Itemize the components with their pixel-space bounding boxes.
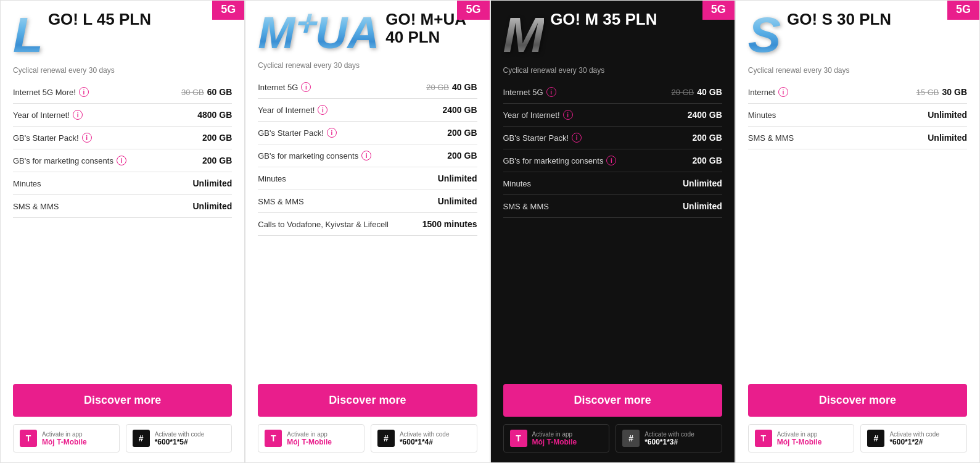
activate-code-option[interactable]: #Activate with code*600*1*5# [126,424,233,453]
hash-icon: # [133,430,150,447]
activate-code-option[interactable]: #Activate with code*600*1*4# [371,424,477,453]
activate-app-option[interactable]: TActivate in appMój T-Mobile [13,424,120,453]
feature-label: SMS & MMS [13,202,192,211]
plan-name: GO! S 30 PLN [787,10,891,28]
info-icon[interactable]: i [327,128,337,138]
activate-code-label: Activate with code [889,431,939,438]
plan-card-go-l: 5GLGO! L 45 PLNCyclical renewal every 30… [0,0,245,463]
activate-app-option[interactable]: TActivate in appMój T-Mobile [748,424,855,453]
feature-old-value: 20 GB [426,83,449,92]
feature-label: GB's for marketing consentsi [258,151,447,161]
activate-code-value: *600*1*4# [400,438,450,446]
activate-code-text: Activate with code*600*1*4# [400,431,450,446]
feature-label: GB's for marketing consentsi [503,156,693,165]
activate-code-option[interactable]: #Acticate with code*600*1*3# [616,424,722,453]
5g-badge: 5G [947,1,979,20]
info-icon[interactable]: i [546,87,556,97]
activate-section: TActivate in appMój T-Mobile#Activate wi… [1,424,244,462]
feature-row: Year of Internet!i2400 GB [258,99,477,122]
info-icon[interactable]: i [572,133,582,143]
info-icon[interactable]: i [318,105,327,115]
plan-title-wrap: GO! M 35 PLN [550,10,657,31]
activate-code-value: *600*1*2# [889,438,939,446]
feature-row: Calls to Vodafone, Kyivstar & Lifecell15… [258,213,477,236]
hash-icon: # [622,430,640,447]
activate-code-value: *600*1*5# [155,438,205,446]
plan-letter: S [748,10,781,60]
info-icon[interactable]: i [301,82,311,92]
feature-value: 2400 GB [442,105,477,115]
t-mobile-icon: T [20,430,37,447]
info-icon[interactable]: i [361,151,371,161]
feature-row: Internet 5Gi20 GB40 GB [258,76,477,99]
feature-label: Internet 5G More!i [13,87,181,97]
feature-value: 200 GB [202,133,232,143]
feature-label: SMS & MMS [748,133,928,143]
feature-row: SMS & MMSUnlimited [258,190,477,213]
activate-app-name: Mój T-Mobile [532,438,577,446]
feature-value: 15 GB30 GB [916,87,967,97]
plan-letter: M [503,10,545,60]
plan-title-wrap: GO! S 30 PLN [787,10,891,31]
info-icon[interactable]: i [778,87,788,97]
feature-value: 200 GB [202,156,232,165]
plan-name: GO! M 35 PLN [550,10,657,28]
activate-code-label: Acticate with code [644,431,694,438]
info-icon[interactable]: i [563,110,573,120]
features-list: Internet 5Gi20 GB40 GBYear of Internet!i… [491,81,735,374]
discover-more-button[interactable]: Discover more [13,384,232,417]
activate-code-label: Activate with code [155,431,205,438]
feature-label: GB's Starter Pack!i [13,133,202,143]
activate-app-option[interactable]: TActivate in appMój T-Mobile [258,424,364,453]
feature-row: GB's Starter Pack!i200 GB [503,127,722,149]
feature-label: GB's Starter Pack!i [503,133,693,143]
feature-value: 4800 GB [197,110,232,120]
discover-more-button[interactable]: Discover more [503,384,722,417]
info-icon[interactable]: i [606,156,616,165]
feature-row: Internet 5Gi20 GB40 GB [503,81,722,104]
plan-letter: M✛UA [258,10,379,55]
info-icon[interactable]: i [79,87,89,97]
feature-row: GB's for marketing consentsi200 GB [258,144,477,167]
activate-app-text: Activate in appMój T-Mobile [777,431,822,446]
plan-card-go-mua: 5GM✛UAGO! M+UA 40 PLNCyclical renewal ev… [245,0,490,463]
feature-value: Unlimited [683,178,722,188]
activate-section: TActivate in appMój T-Mobile#Acticate wi… [491,424,735,462]
info-icon[interactable]: i [73,110,83,120]
feature-row: Year of Internet!i4800 GB [13,104,232,127]
info-icon[interactable]: i [82,133,92,143]
feature-label: GB's for marketing consentsi [13,156,202,165]
feature-label: Minutes [748,111,928,120]
activate-app-label: Activate in app [777,431,822,438]
feature-value: 20 GB40 GB [426,82,477,92]
feature-value: Unlimited [683,201,722,211]
feature-row: MinutesUnlimited [748,104,967,127]
info-icon[interactable]: i [117,156,126,165]
feature-row: GB's Starter Pack!i200 GB [258,122,477,144]
activate-app-text: Activate in appMój T-Mobile [287,431,332,446]
cards-container: 5GLGO! L 45 PLNCyclical renewal every 30… [0,0,980,463]
feature-value: 200 GB [447,151,477,161]
discover-more-button[interactable]: Discover more [748,384,967,417]
activate-section: TActivate in appMój T-Mobile#Activate wi… [736,424,979,462]
renewal-text: Cyclical renewal every 30 days [245,61,489,76]
card-top: 5GLGO! L 45 PLN [1,1,244,66]
5g-badge: 5G [457,1,489,20]
feature-value: 2400 GB [688,110,722,120]
feature-row: Internet 5G More!i30 GB60 GB [13,81,232,104]
feature-label: Year of Internet!i [503,110,688,120]
plan-name: GO! L 45 PLN [48,10,151,28]
feature-label: Calls to Vodafone, Kyivstar & Lifecell [258,220,422,229]
features-list: Internet 5G More!i30 GB60 GBYear of Inte… [1,81,244,374]
feature-label: SMS & MMS [503,202,683,211]
feature-value: 200 GB [693,156,722,165]
feature-row: MinutesUnlimited [503,172,722,195]
feature-row: Year of Internet!i2400 GB [503,104,722,127]
feature-value: 20 GB40 GB [671,87,722,97]
features-list: Interneti15 GB30 GBMinutesUnlimitedSMS &… [736,81,979,374]
discover-more-button[interactable]: Discover more [258,384,477,417]
5g-badge: 5G [212,1,244,20]
feature-row: SMS & MMSUnlimited [503,195,722,218]
activate-code-option[interactable]: #Activate with code*600*1*2# [860,424,967,453]
activate-app-option[interactable]: TActivate in appMój T-Mobile [503,424,610,453]
